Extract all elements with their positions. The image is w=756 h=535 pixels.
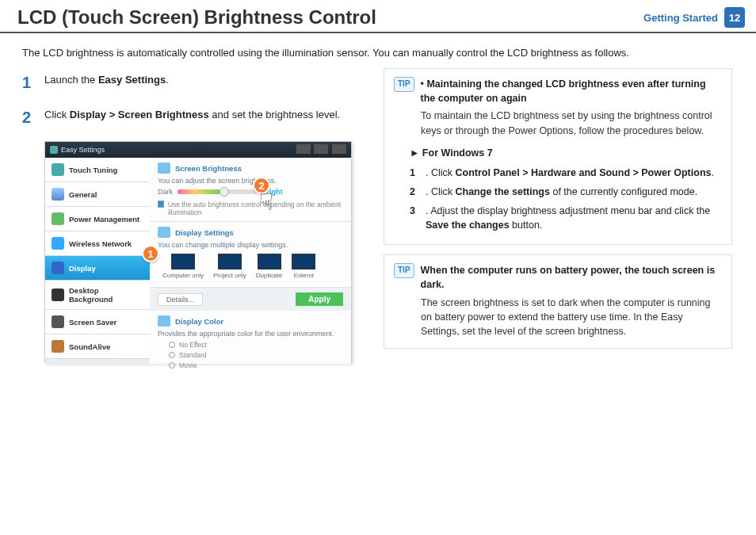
close-button[interactable] — [332, 144, 346, 154]
brightness-panel: Screen Brightness You can adjust the scr… — [150, 158, 351, 222]
checkbox-icon[interactable] — [158, 201, 164, 208]
touch-tuning-icon — [52, 163, 64, 176]
radio-icon[interactable] — [169, 362, 175, 369]
window-title: Easy Settings — [61, 146, 105, 154]
brightness-icon — [158, 162, 170, 174]
step-text-part: Launch the — [44, 74, 98, 86]
step-number: 3 — [410, 204, 421, 232]
step-2-text: Click Display > Screen Brightness and se… — [44, 106, 340, 128]
tip-body: To maintain the LCD brightness set by us… — [394, 105, 722, 137]
app-icon — [50, 146, 58, 154]
step-text-part: . — [166, 74, 169, 86]
general-icon — [52, 188, 64, 201]
apply-button[interactable]: Apply — [296, 292, 343, 306]
text-part: . — [711, 167, 713, 178]
tip-title: When the computer runs on battery power,… — [421, 263, 722, 292]
sidebar-item-label: Desktop Background — [69, 286, 143, 304]
slider-knob[interactable] — [220, 187, 229, 197]
sidebar-item-desktop-background[interactable]: Desktop Background — [45, 281, 150, 310]
tip-box-battery-dark: TIP When the computer runs on battery po… — [384, 254, 732, 349]
step-1-text: Launch the Easy Settings. — [44, 71, 169, 94]
step-2: 2 Click Display > Screen Brightness and … — [22, 106, 369, 128]
sidebar-item-label: Display — [69, 264, 96, 273]
right-column: TIP • Maintaining the changed LCD bright… — [384, 68, 732, 363]
panel-title: Display Settings — [175, 228, 234, 237]
radio-icon[interactable] — [169, 342, 175, 348]
brightness-slider-row: Dark Bright — [158, 185, 343, 199]
screenshot-wrap: Easy Settings Touch Tuning General Power… — [44, 141, 353, 363]
arrow-icon: ► — [410, 147, 419, 159]
sidebar-item-power-management[interactable]: Power Management — [45, 207, 150, 231]
auto-brightness-label: Use the auto brightness control dependin… — [168, 201, 343, 216]
display-option-project-only[interactable]: Project only — [213, 254, 246, 279]
radio-label: No Effect — [179, 341, 207, 349]
monitor-icon — [258, 254, 281, 269]
display-icon — [52, 262, 64, 274]
sidebar-item-label: Screen Saver — [69, 318, 116, 327]
text-bold: Change the settings — [456, 186, 550, 197]
step-1: 1 Launch the Easy Settings. — [22, 71, 369, 94]
bullet: • — [421, 78, 424, 90]
power-icon — [52, 212, 64, 225]
sidebar-item-touch-tuning[interactable]: Touch Tuning — [45, 158, 150, 182]
radio-label: Standard — [179, 351, 207, 359]
color-option-standard[interactable]: Standard — [169, 351, 343, 359]
tip-badge: TIP — [394, 77, 414, 92]
display-option-computer-only[interactable]: Computer only — [162, 254, 204, 279]
display-settings-panel: Display Settings You can change multiple… — [150, 222, 351, 288]
display-option-label: Extend — [294, 272, 314, 279]
text-part: button. — [510, 220, 543, 231]
sidebar-item-label: SoundAlive — [69, 342, 110, 351]
slider-fill — [178, 189, 221, 194]
text-bold: Save the changes — [426, 220, 510, 231]
settings-sidebar: Touch Tuning General Power Management Wi… — [45, 158, 150, 364]
radio-icon[interactable] — [169, 352, 175, 358]
display-option-label: Duplicate — [256, 272, 282, 279]
page-header: LCD (Touch Screen) Brightness Control Ge… — [0, 0, 756, 33]
sidebar-item-display[interactable]: Display — [45, 256, 150, 281]
color-option-no-effect[interactable]: No Effect — [169, 341, 343, 349]
dark-label: Dark — [158, 188, 173, 196]
panel-hint: Provides the appropriate color for the u… — [158, 330, 343, 338]
desktop-bg-icon — [52, 289, 64, 301]
left-column: 1 Launch the Easy Settings. 2 Click Disp… — [11, 68, 369, 363]
monitor-icon — [292, 254, 315, 269]
sidebar-item-label: Wireless Network — [69, 239, 132, 248]
color-option-movie[interactable]: Movie — [169, 361, 343, 369]
display-option-label: Computer only — [162, 272, 204, 279]
display-option-extend[interactable]: Extend — [292, 254, 315, 279]
auto-brightness-row[interactable]: Use the auto brightness control dependin… — [158, 199, 343, 216]
maximize-button[interactable] — [314, 144, 328, 154]
step-number: 1 — [22, 71, 36, 94]
text-bold: Control Panel > Hardware and Sound > Pow… — [456, 167, 712, 178]
step-text-part: Click — [44, 109, 70, 120]
sidebar-item-general[interactable]: General — [45, 182, 150, 207]
header-right: Getting Started 12 — [643, 7, 745, 28]
tip-title: Maintaining the changed LCD brightness e… — [421, 78, 706, 104]
display-option-duplicate[interactable]: Duplicate — [256, 254, 282, 279]
brightness-slider[interactable] — [178, 189, 257, 194]
tip1-step-2: 2 . Click Change the settings of the cur… — [410, 182, 722, 201]
display-settings-icon — [158, 227, 170, 238]
wireless-icon — [52, 237, 64, 250]
sidebar-item-soundalive[interactable]: SoundAlive — [45, 334, 150, 359]
monitor-icon — [171, 254, 195, 269]
window-titlebar: Easy Settings — [45, 142, 351, 158]
text-part: . Click — [426, 167, 456, 178]
panel-title: Screen Brightness — [175, 164, 242, 173]
sidebar-item-wireless-network[interactable]: Wireless Network — [45, 231, 150, 256]
display-color-icon — [158, 315, 170, 327]
windows7-label: For Windows 7 — [422, 147, 493, 159]
panel-title: Display Color — [175, 317, 223, 326]
section-label: Getting Started — [643, 12, 718, 24]
tip1-step-1: 1 . Click Control Panel > Hardware and S… — [410, 163, 722, 182]
step-text-part: and set the brightness level. — [209, 109, 341, 120]
screensaver-icon — [52, 315, 64, 328]
minimize-button[interactable] — [296, 144, 311, 154]
details-button[interactable]: Details... — [158, 293, 203, 306]
text-part: of the currently configured mode. — [550, 186, 697, 197]
display-color-panel: Display Color Provides the appropriate c… — [150, 311, 351, 374]
sidebar-item-label: General — [69, 190, 97, 199]
panel-hint: You can change multiple display settings… — [158, 241, 343, 249]
sidebar-item-screen-saver[interactable]: Screen Saver — [45, 310, 150, 334]
